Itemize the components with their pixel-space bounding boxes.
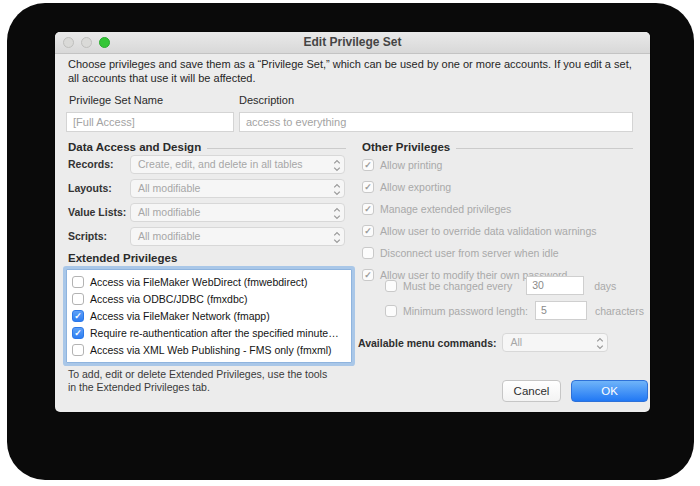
stepper-icon [333, 207, 341, 220]
fmwebdirect-checkbox[interactable] [72, 276, 84, 288]
traffic-lights [63, 37, 110, 48]
window-title: Edit Privilege Set [303, 35, 401, 49]
fmwebdirect-label: Access via FileMaker WebDirect (fmwebdir… [90, 276, 307, 288]
fmapp-row[interactable]: ✓Access via FileMaker Network (fmapp) [67, 307, 351, 324]
fmapp-checkbox[interactable]: ✓ [72, 310, 84, 322]
menu-commands-row: Available menu commands: All [358, 333, 608, 352]
titlebar[interactable]: Edit Privilege Set [55, 32, 650, 54]
data-access-header: Data Access and Design [68, 141, 346, 153]
min-length-checkbox [385, 305, 397, 317]
stepper-icon [333, 231, 341, 244]
stepper-icon [596, 337, 604, 350]
fmxdbc-checkbox[interactable] [72, 293, 84, 305]
ok-button[interactable]: OK [571, 380, 648, 402]
fmapp-label: Access via FileMaker Network (fmapp) [90, 310, 270, 322]
layouts-select: All modifiable [130, 179, 345, 198]
days-unit-label: days [594, 280, 616, 292]
fmxdbc-row[interactable]: Access via ODBC/JDBC (fmxdbc) [67, 290, 351, 307]
extended-privileges-list[interactable]: Access via FileMaker WebDirect (fmwebdir… [66, 269, 352, 363]
scripts-select: All modifiable [130, 227, 345, 246]
password-length-input: 5 [535, 301, 587, 320]
extended-privileges-footnote: To add, edit or delete Extended Privileg… [68, 368, 368, 394]
override-validation-label: Allow user to override data validation w… [380, 225, 597, 237]
privilege-set-name-input: [Full Access] [66, 112, 234, 132]
password-change-row: Must be changed every 30 days [385, 276, 616, 295]
data-access-rows: Records:Create, edit, and delete in all … [68, 155, 345, 251]
menu-commands-select: All [502, 333, 608, 352]
printing-label: Allow printing [380, 159, 442, 171]
menu-commands-label: Available menu commands: [358, 337, 496, 349]
value-lists-label: Value Lists: [68, 203, 130, 222]
fmwebdirect-row[interactable]: Access via FileMaker WebDirect (fmwebdir… [67, 273, 351, 290]
fmxml-label: Access via XML Web Publishing - FMS only… [90, 344, 332, 356]
zoom-button[interactable] [99, 37, 110, 48]
stepper-icon [333, 183, 341, 196]
exporting-checkbox: ✓ [362, 181, 374, 193]
password-change-days-input: 30 [526, 276, 584, 295]
exporting-row: ✓Allow exporting [362, 180, 644, 193]
intro-text: Choose privileges and save them as a “Pr… [68, 58, 646, 85]
records-label: Records: [68, 155, 130, 174]
reauth-checkbox[interactable]: ✓ [72, 327, 84, 339]
reauth-row[interactable]: ✓Require re-authentication after the spe… [67, 324, 351, 341]
extended-privileges-header: Extended Privileges [68, 252, 177, 264]
layouts-label: Layouts: [68, 179, 130, 198]
scripts-label: Scripts: [68, 227, 130, 246]
scripts-row: Scripts:All modifiable [68, 227, 345, 246]
min-length-label: Minimum password length: [403, 305, 528, 317]
description-input: access to everything [239, 112, 633, 132]
other-privileges-header: Other Privileges [362, 141, 633, 153]
manage-extended-row: ✓Manage extended privileges [362, 202, 644, 215]
value-lists-select: All modifiable [130, 203, 345, 222]
manage-extended-checkbox: ✓ [362, 203, 374, 215]
edit-privilege-set-dialog: Edit Privilege Set Choose privileges and… [55, 32, 650, 412]
layouts-row: Layouts:All modifiable [68, 179, 345, 198]
printing-checkbox: ✓ [362, 159, 374, 171]
records-row: Records:Create, edit, and delete in all … [68, 155, 345, 174]
disconnect-idle-checkbox [362, 247, 374, 259]
fmxml-row[interactable]: Access via XML Web Publishing - FMS only… [67, 341, 351, 358]
close-button [63, 37, 74, 48]
description-label: Description [239, 94, 294, 106]
cancel-button[interactable]: Cancel [502, 380, 561, 402]
stepper-icon [333, 159, 341, 172]
override-validation-row: ✓Allow user to override data validation … [362, 224, 644, 237]
printing-row: ✓Allow printing [362, 158, 644, 171]
value-lists-row: Value Lists:All modifiable [68, 203, 345, 222]
fmxdbc-label: Access via ODBC/JDBC (fmxdbc) [90, 293, 248, 305]
characters-unit-label: characters [595, 305, 644, 317]
other-privileges-rows: ✓Allow printing✓Allow exporting✓Manage e… [362, 158, 644, 290]
privilege-set-name-label: Privilege Set Name [69, 94, 163, 106]
manage-extended-label: Manage extended privileges [380, 203, 511, 215]
override-validation-checkbox: ✓ [362, 225, 374, 237]
fmxml-checkbox[interactable] [72, 344, 84, 356]
minimize-button [81, 37, 92, 48]
must-change-label: Must be changed every [403, 280, 512, 292]
disconnect-idle-row: Disconnect user from server when idle [362, 246, 644, 259]
exporting-label: Allow exporting [380, 181, 451, 193]
password-length-row: Minimum password length: 5 characters [385, 301, 644, 320]
disconnect-idle-label: Disconnect user from server when idle [380, 247, 559, 259]
records-select: Create, edit, and delete in all tables [130, 155, 345, 174]
must-change-checkbox [385, 280, 397, 292]
modify-password-checkbox: ✓ [362, 269, 374, 281]
reauth-label: Require re-authentication after the spec… [90, 327, 339, 339]
